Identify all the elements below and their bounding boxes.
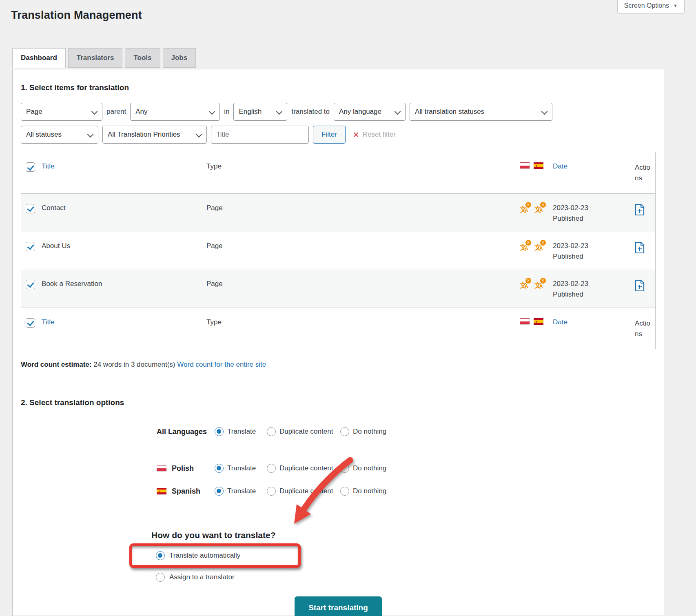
sort-date-link[interactable]: Date	[553, 162, 567, 170]
spanish-do-nothing-radio[interactable]	[340, 487, 349, 496]
row-checkbox[interactable]	[26, 242, 35, 251]
all-translate-radio[interactable]	[215, 427, 224, 436]
row-date: 2023-02-23	[553, 204, 630, 212]
all-duplicate-radio[interactable]	[267, 427, 276, 436]
row-status: Published	[553, 253, 630, 261]
table-footer-row: Title Type Date Actions	[21, 308, 655, 349]
tab-label: Jobs	[171, 54, 188, 62]
tab-label: Tools	[133, 54, 151, 62]
row-title: Contact	[39, 194, 204, 221]
tab-tools[interactable]: Tools	[125, 48, 160, 68]
spanish-flag-icon	[157, 488, 166, 494]
row-checkbox[interactable]	[26, 280, 35, 289]
spanish-translate-radio[interactable]	[215, 487, 224, 496]
target-language-value: Any language	[339, 108, 381, 116]
page-title: Translation Management	[11, 9, 142, 22]
translate-automatically-radio[interactable]	[156, 551, 165, 560]
sort-title-link[interactable]: Title	[42, 318, 55, 326]
post-type-select[interactable]: Page	[21, 103, 102, 121]
add-translation-icon[interactable]	[635, 242, 645, 253]
word-count-line: Word count estimate: 24 words in 3 docum…	[21, 361, 656, 369]
reset-filter-label: Reset filter	[363, 131, 396, 139]
needs-translation-es-icon[interactable]: 文A✕	[534, 204, 545, 214]
select-all-checkbox[interactable]	[26, 318, 35, 328]
actions-header: Actions	[632, 152, 656, 193]
assign-to-translator-label: Assign to a translator	[169, 573, 235, 581]
row-status: Published	[553, 290, 630, 299]
needs-translation-pl-icon[interactable]: 文A✕	[520, 280, 530, 290]
tab-label: Dashboard	[21, 54, 57, 62]
translation-options-heading: 2. Select translation options	[21, 398, 656, 407]
source-language-select[interactable]: English	[233, 103, 287, 121]
row-title: Book a Reservation	[39, 270, 204, 297]
items-table: Title Type Date Actions Contact Page 文A✕…	[21, 152, 656, 349]
all-do-nothing-radio[interactable]	[340, 427, 349, 436]
priority-value: All Translation Priorities	[108, 131, 180, 139]
polish-translate-radio[interactable]	[215, 464, 224, 473]
actions-header: Actions	[632, 308, 656, 349]
filter-button[interactable]: Filter	[313, 126, 346, 144]
screen-options-button[interactable]: Screen Options ▼	[617, 0, 685, 14]
needs-translation-es-icon[interactable]: 文A✕	[534, 280, 545, 290]
option-row-polish: Polish Translate Duplicate content Do no…	[157, 463, 656, 474]
chevron-down-icon: ▼	[673, 3, 678, 8]
word-count-site-link[interactable]: Word count for the entire site	[177, 361, 266, 368]
parent-select[interactable]: Any	[130, 103, 220, 121]
duplicate-label: Duplicate content	[279, 487, 333, 495]
in-label: in	[224, 108, 229, 116]
filter-row-1: Page parent Any in English translated to…	[21, 103, 656, 121]
table-row-book-a-reservation: Book a Reservation Page 文A✕ 文A✕ 2023-02-…	[21, 270, 655, 308]
word-count-label: Word count estimate:	[21, 361, 91, 368]
target-language-select[interactable]: Any language	[334, 103, 406, 121]
screen-options-label: Screen Options	[624, 2, 669, 9]
translated-to-label: translated to	[291, 108, 330, 116]
title-search-input[interactable]	[211, 126, 309, 144]
row-type: Page	[204, 194, 517, 221]
needs-translation-pl-icon[interactable]: 文A✕	[520, 204, 530, 214]
post-status-select[interactable]: All statuses	[21, 126, 98, 144]
all-languages-label: All Languages	[157, 428, 207, 436]
polish-duplicate-radio[interactable]	[267, 464, 276, 473]
row-title: About Us	[39, 232, 204, 259]
translation-status-value: All translation statuses	[415, 108, 484, 116]
table-row-contact: Contact Page 文A✕ 文A✕ 2023-02-23 Publishe…	[21, 194, 655, 232]
row-type: Page	[204, 270, 517, 297]
reset-filter-link[interactable]: ✕ Reset filter	[353, 130, 396, 140]
add-translation-icon[interactable]	[635, 204, 645, 215]
how-to-translate-heading: How do you want to translate?	[151, 530, 656, 540]
polish-do-nothing-radio[interactable]	[340, 464, 349, 473]
translate-label: Translate	[227, 487, 256, 495]
tab-translators[interactable]: Translators	[68, 48, 123, 68]
spanish-flag-icon	[534, 318, 543, 325]
row-status: Published	[553, 215, 630, 223]
assign-to-translator-radio[interactable]	[156, 573, 165, 582]
post-type-value: Page	[26, 108, 42, 116]
row-checkbox[interactable]	[26, 204, 35, 213]
translate-automatically-label: Translate automatically	[169, 552, 240, 560]
select-items-heading: 1. Select items for translation	[21, 83, 656, 92]
needs-translation-es-icon[interactable]: 文A✕	[534, 242, 545, 252]
select-all-checkbox[interactable]	[26, 162, 35, 172]
duplicate-label: Duplicate content	[279, 428, 333, 436]
tab-dashboard[interactable]: Dashboard	[12, 48, 66, 68]
row-type: Page	[204, 232, 517, 259]
polish-flag-icon	[520, 318, 530, 325]
sort-date-link[interactable]: Date	[553, 318, 567, 326]
option-row-all-languages: All Languages Translate Duplicate conten…	[157, 426, 656, 437]
polish-flag-icon	[520, 162, 530, 169]
translation-status-select[interactable]: All translation statuses	[410, 103, 552, 121]
sort-title-link[interactable]: Title	[42, 162, 55, 170]
type-header: Type	[204, 152, 517, 180]
dashboard-panel: 1. Select items for translation Page par…	[12, 69, 664, 616]
translation-management-page: Translation Management Screen Options ▼ …	[0, 0, 696, 616]
tab-jobs[interactable]: Jobs	[163, 48, 196, 68]
tab-label: Translators	[77, 54, 114, 62]
start-translating-button[interactable]: Start translating	[295, 596, 382, 616]
spanish-duplicate-radio[interactable]	[267, 487, 276, 496]
add-translation-icon[interactable]	[635, 280, 645, 291]
needs-translation-pl-icon[interactable]: 文A✕	[520, 242, 530, 252]
assign-to-translator-row: Assign to a translator	[156, 573, 656, 582]
spanish-flag-icon	[534, 162, 543, 169]
priority-select[interactable]: All Translation Priorities	[102, 126, 207, 144]
source-language-value: English	[239, 108, 262, 116]
